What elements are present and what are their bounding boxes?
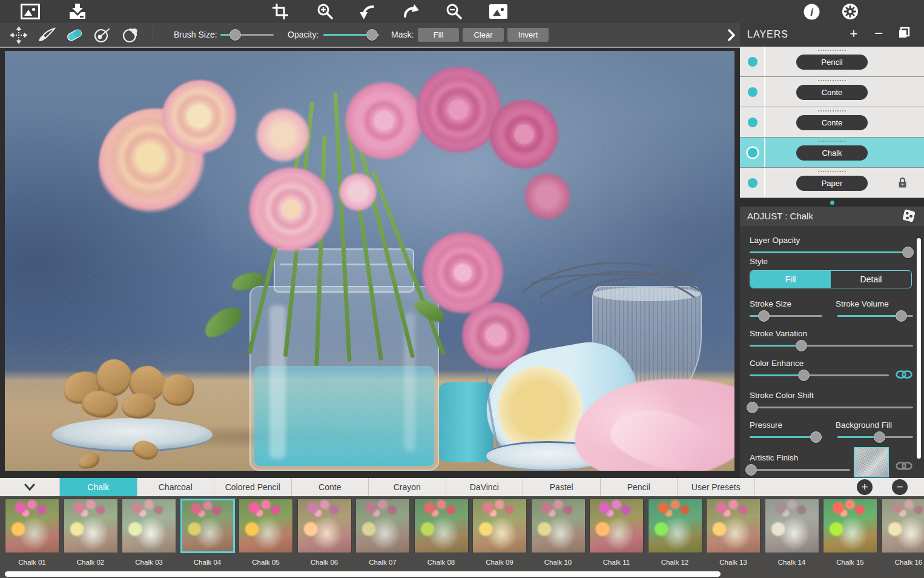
layer-drag-handle[interactable] [818,171,846,172]
opacity-slider[interactable] [323,28,379,41]
collapse-presets-chevron[interactable] [0,478,60,496]
preset-chalk-05[interactable]: Chalk 05 [239,499,293,566]
preset-chalk-10[interactable]: Chalk 10 [531,499,586,566]
tool-options-bar: Brush Size: Opacity: Mask: Fill Clear In… [0,23,740,47]
image-preview-icon[interactable] [488,2,509,21]
preset-chalk-04[interactable]: Chalk 04 [180,499,235,566]
preset-chalk-03[interactable]: Chalk 03 [122,499,176,566]
settings-icon[interactable] [840,2,860,21]
preset-chalk-16[interactable]: Chalk 16 [882,499,924,566]
save-export-icon[interactable] [67,2,88,21]
layer-row-chalk-3[interactable]: Chalk [740,138,924,168]
mask-fill-button[interactable]: Fill [418,28,459,42]
tab-chalk[interactable]: Chalk [60,478,137,496]
add-preset-button[interactable]: + [857,479,873,495]
layer-row-conte-2[interactable]: Conte [740,107,924,138]
preset-chalk-07[interactable]: Chalk 07 [355,499,410,566]
style-detail-option[interactable]: Detail [831,271,911,288]
preset-chalk-11[interactable]: Chalk 11 [589,499,644,566]
preset-chalk-14[interactable]: Chalk 14 [765,499,819,566]
randomize-dice-icon[interactable] [902,209,916,222]
tab-pastel[interactable]: Pastel [523,478,601,496]
layer-opacity-slider[interactable] [750,246,913,258]
canvas-artwork[interactable] [5,51,734,471]
remove-layer-button[interactable]: − [871,27,886,42]
artistic-finish-link-icon[interactable] [895,461,913,471]
layer-row-conte-1[interactable]: Conte [740,77,924,107]
preset-thumbnail-label: Chalk 11 [589,559,644,566]
artistic-finish-slider[interactable] [750,463,850,476]
crop-icon[interactable] [270,2,291,21]
tab-davinci[interactable]: DaVinci [446,478,524,496]
mask-fade-tool[interactable] [120,25,141,44]
remove-preset-button[interactable]: − [892,479,908,495]
background-fill-slider[interactable] [837,431,913,443]
stroke-volume-slider[interactable] [837,310,913,322]
preset-thumbnail-image [64,499,118,553]
photo-library-icon[interactable] [20,2,41,21]
mask-invert-button[interactable]: Invert [507,28,549,42]
tab-charcoal[interactable]: Charcoal [137,478,215,496]
brush-tool[interactable] [36,25,57,44]
toolbar-expand-chevron[interactable] [724,28,739,42]
move-tool[interactable] [8,25,29,44]
layer-name-pill[interactable]: Paper [796,176,868,191]
preset-chalk-06[interactable]: Chalk 06 [297,499,352,566]
preset-chalk-12[interactable]: Chalk 12 [648,499,702,566]
layer-name-pill[interactable]: Chalk [796,145,868,161]
eraser-tool[interactable] [64,25,85,44]
preset-thumbnail-image [297,499,352,553]
undo-icon[interactable] [357,2,378,21]
layer-row-paper-4[interactable]: Paper [740,168,924,198]
tab-pencil[interactable]: Pencil [601,478,678,496]
layer-visibility-dot[interactable] [748,148,757,158]
layer-drag-handle[interactable] [818,141,846,142]
mask-dab-tool[interactable] [92,25,113,44]
opacity-knob[interactable] [366,29,378,41]
layer-visibility-dot[interactable] [748,57,757,67]
layer-visibility-dot[interactable] [748,178,757,188]
redo-icon[interactable] [400,2,421,21]
layer-row-pencil-0[interactable]: Pencil [740,47,924,77]
color-enhance-link-icon[interactable] [895,370,913,379]
mask-clear-button[interactable]: Clear [463,28,504,42]
stroke-variation-slider[interactable] [750,339,913,351]
pressure-slider[interactable] [750,431,822,443]
brush-size-slider[interactable] [220,28,274,41]
tab-colored-pencil[interactable]: Colored Pencil [214,478,292,496]
preset-thumbnail-label: Chalk 04 [180,559,235,566]
zoom-in-icon[interactable] [315,2,335,21]
duplicate-layer-button[interactable] [896,27,912,42]
brush-size-knob[interactable] [229,29,241,41]
tab-user-presets[interactable]: User Presets [678,478,755,496]
zoom-out-icon[interactable] [444,2,464,21]
add-layer-button[interactable]: + [846,27,862,42]
layer-name-pill[interactable]: Conte [796,85,868,100]
thumbnail-scrollbar[interactable] [5,571,721,577]
stroke-size-slider[interactable] [750,310,822,322]
tab-crayon[interactable]: Crayon [369,478,446,496]
right-panel: LAYERS + − PencilConteConteChalkPaper AD… [740,23,924,478]
preset-chalk-13[interactable]: Chalk 13 [706,499,761,566]
style-fill-option[interactable]: Fill [750,271,831,288]
layer-visibility-dot[interactable] [748,87,757,97]
preset-chalk-02[interactable]: Chalk 02 [64,499,118,566]
adjust-scrollbar[interactable] [917,238,921,459]
stroke-color-shift-slider[interactable] [750,401,913,413]
brush-size-label: Brush Size: [174,30,217,39]
artistic-finish-texture-thumbnail[interactable] [854,447,889,477]
layer-drag-handle[interactable] [818,110,846,111]
layer-drag-handle[interactable] [818,80,846,81]
layer-visibility-dot[interactable] [748,118,757,127]
color-enhance-slider[interactable] [750,369,889,381]
preset-chalk-09[interactable]: Chalk 09 [472,499,527,566]
layer-name-pill[interactable]: Conte [796,115,868,130]
preset-chalk-08[interactable]: Chalk 08 [414,499,469,566]
layer-drag-handle[interactable] [818,50,846,51]
preset-chalk-01[interactable]: Chalk 01 [5,499,59,566]
preset-chalk-15[interactable]: Chalk 15 [823,499,877,566]
tab-conte[interactable]: Conte [292,478,369,496]
info-icon[interactable]: i [801,2,822,21]
layer-name-pill[interactable]: Pencil [796,55,868,70]
preset-thumbnail-label: Chalk 12 [648,559,702,566]
